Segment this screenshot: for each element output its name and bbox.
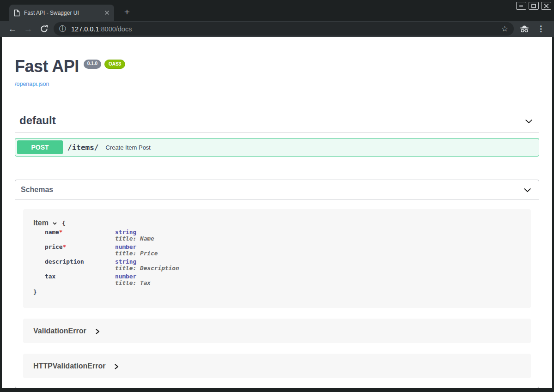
browser-toolbar: ← → ⓘ 127.0.0.1:8000/docs ☆ ⋮ [0,21,554,37]
tag-section-default: default POST /items/ Create Item Post [15,114,539,157]
property-row: description stringtitle: Description [33,259,522,271]
badges: 0.1.0 OAS3 [84,60,125,69]
chevron-down-icon[interactable] [523,185,532,195]
tab-close-icon[interactable] [104,10,110,15]
model-httpvalidationerror[interactable]: HTTPValidationError [23,354,531,378]
endpoint-summary: Create Item Post [105,144,151,151]
property-row: name* stringtitle: Name [33,229,522,242]
chevron-right-icon[interactable] [114,363,119,370]
prop-name: name [45,229,59,235]
close-button[interactable] [541,2,551,10]
prop-type: number [115,244,158,250]
forward-icon[interactable]: → [22,24,34,33]
site-info-icon[interactable]: ⓘ [59,24,66,33]
minimize-button[interactable] [516,2,526,10]
prop-title: title: Name [115,235,154,242]
property-row: price* numbertitle: Price [33,244,522,257]
url-path: :8000/docs [99,25,132,33]
maximize-button[interactable] [529,2,539,10]
chevron-down-icon[interactable] [52,221,58,226]
url-host: 127.0.0.1 [71,25,99,33]
tag-header[interactable]: default [15,114,539,133]
prop-name: description [45,258,84,265]
prop-title: title: Tax [115,280,151,286]
bookmark-star-icon[interactable]: ☆ [501,24,508,34]
address-bar[interactable]: ⓘ 127.0.0.1:8000/docs ☆ [54,22,514,36]
back-icon[interactable]: ← [6,24,18,33]
prop-name: tax [45,273,55,280]
oas3-badge: OAS3 [104,60,125,69]
window-titlebar: Fast API - Swagger UI + [0,0,554,21]
prop-title: title: Description [115,265,179,271]
page-title: Fast API [15,58,79,75]
browser-menu-icon[interactable]: ⋮ [537,24,545,34]
reload-icon[interactable] [38,25,50,33]
schemas-title: Schemas [21,186,53,194]
model-item-toggle[interactable]: Item { [33,219,522,227]
version-badge: 0.1.0 [84,60,101,69]
model-name: ValidationError [33,327,86,335]
chevron-down-icon[interactable] [524,116,534,126]
model-name: HTTPValidationError [33,362,105,370]
required-star: * [63,243,67,250]
incognito-icon [519,25,530,33]
model-item: Item { name* stringtitle: Name price* nu… [23,209,531,308]
prop-title: title: Price [115,250,158,257]
prop-type: number [115,273,151,280]
endpoint-path: /items/ [67,143,98,152]
schemas-body: Item { name* stringtitle: Name price* nu… [15,199,539,388]
model-name: Item [33,219,49,227]
page-content: Fast API 0.1.0 OAS3 /openapi.json defaul… [2,37,552,388]
new-tab-button[interactable]: + [120,5,134,19]
prop-name: price [45,243,63,250]
property-row: tax numbertitle: Tax [33,273,522,286]
window-controls [516,2,551,10]
method-badge: POST [17,140,63,154]
prop-type: string [115,259,179,265]
openapi-spec-link[interactable]: /openapi.json [15,81,49,87]
close-brace: } [33,289,522,296]
browser-tab[interactable]: Fast API - Swagger UI [9,5,114,21]
tag-name: default [19,114,56,127]
document-icon [14,9,20,17]
schemas-section: Schemas Item { name* str [15,180,539,388]
api-info-section: Fast API 0.1.0 OAS3 /openapi.json [15,37,539,88]
prop-type: string [115,229,154,235]
tab-title: Fast API - Swagger UI [24,10,104,16]
schemas-header[interactable]: Schemas [15,180,539,199]
open-brace: { [62,220,66,227]
chevron-right-icon[interactable] [95,328,100,335]
endpoint-post-items[interactable]: POST /items/ Create Item Post [15,138,539,157]
url-text[interactable]: 127.0.0.1:8000/docs [71,25,132,33]
model-validationerror[interactable]: ValidationError [23,319,531,343]
required-star: * [59,229,63,235]
